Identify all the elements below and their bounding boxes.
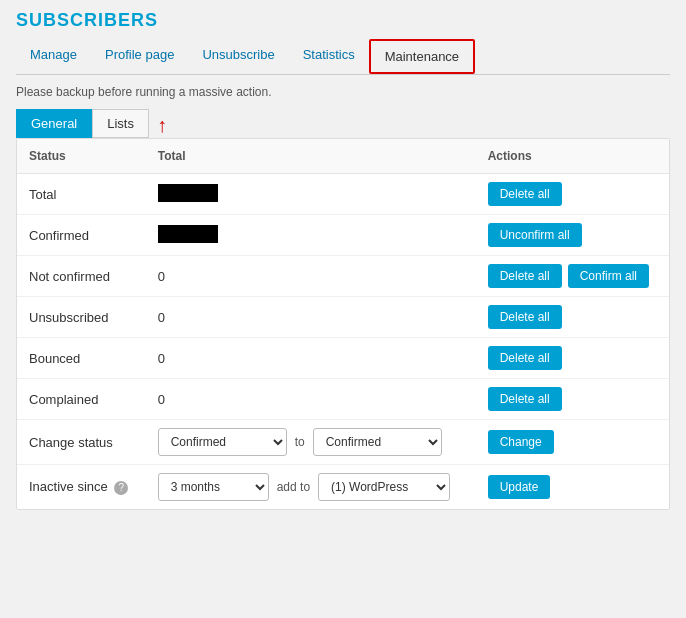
total-value: 0 (146, 256, 403, 297)
delete-all-notconfirmed-button[interactable]: Delete all (488, 264, 562, 288)
table-row: Bounced 0 Delete all (17, 338, 669, 379)
page-title: SUBSCRIBERS (16, 10, 670, 31)
months-select[interactable]: 3 months 6 months 12 months (158, 473, 269, 501)
change-status-label: Change status (17, 420, 146, 465)
change-status-row: Change status Confirmed Not confirmed Un… (17, 420, 669, 465)
add-to-label: add to (277, 480, 310, 494)
actions-cell: Delete all (476, 297, 669, 338)
actions-cell: Unconfirm all (476, 215, 669, 256)
empty-cell (402, 297, 475, 338)
col-actions: Actions (476, 139, 669, 174)
col-total: Total (146, 139, 403, 174)
status-label: Total (17, 174, 146, 215)
update-button[interactable]: Update (488, 475, 551, 499)
empty-cell (402, 379, 475, 420)
table-row: Unsubscribed 0 Delete all (17, 297, 669, 338)
update-action: Update (476, 465, 669, 510)
nav-tab-profile[interactable]: Profile page (91, 39, 188, 74)
unconfirm-all-button[interactable]: Unconfirm all (488, 223, 582, 247)
nav-tab-maintenance[interactable]: Maintenance (369, 39, 475, 74)
confirm-all-button[interactable]: Confirm all (568, 264, 649, 288)
col-status: Status (17, 139, 146, 174)
nav-tab-unsubscribe[interactable]: Unsubscribe (188, 39, 288, 74)
empty-cell (402, 215, 475, 256)
inactive-since-controls: 3 months 6 months 12 months add to (1) W… (146, 465, 476, 510)
col-empty (402, 139, 475, 174)
arrow-indicator: ↑ (157, 114, 167, 137)
change-status-to-select[interactable]: Confirmed Not confirmed Unsubscribed Bou… (313, 428, 442, 456)
change-status-controls: Confirmed Not confirmed Unsubscribed Bou… (146, 420, 476, 465)
actions-cell: Delete all (476, 174, 669, 215)
status-table: Status Total Actions Total Delete all (17, 139, 669, 509)
inactive-since-label: Inactive since ? (17, 465, 146, 510)
change-status-from-select[interactable]: Confirmed Not confirmed Unsubscribed Bou… (158, 428, 287, 456)
status-label: Complained (17, 379, 146, 420)
delete-all-total-button[interactable]: Delete all (488, 182, 562, 206)
actions-cell: Delete all Confirm all (476, 256, 669, 297)
to-label: to (295, 435, 305, 449)
status-label: Not confirmed (17, 256, 146, 297)
delete-all-unsubscribed-button[interactable]: Delete all (488, 305, 562, 329)
nav-tab-manage[interactable]: Manage (16, 39, 91, 74)
list-select[interactable]: (1) WordPress (318, 473, 450, 501)
status-label: Unsubscribed (17, 297, 146, 338)
table-row: Confirmed Unconfirm all (17, 215, 669, 256)
status-label: Confirmed (17, 215, 146, 256)
table-row: Complained 0 Delete all (17, 379, 669, 420)
total-value: 0 (146, 297, 403, 338)
delete-all-bounced-button[interactable]: Delete all (488, 346, 562, 370)
main-table-container: Status Total Actions Total Delete all (16, 138, 670, 510)
actions-cell: Delete all (476, 338, 669, 379)
main-nav: Manage Profile page Unsubscribe Statisti… (16, 39, 670, 75)
total-black-box (158, 184, 218, 202)
change-status-action: Change (476, 420, 669, 465)
tab-general[interactable]: General (16, 109, 92, 138)
empty-cell (402, 256, 475, 297)
tab-lists[interactable]: Lists (92, 109, 149, 138)
table-row: Not confirmed 0 Delete all Confirm all (17, 256, 669, 297)
table-row: Total Delete all (17, 174, 669, 215)
total-value: 0 (146, 338, 403, 379)
delete-all-complained-button[interactable]: Delete all (488, 387, 562, 411)
confirmed-black-box (158, 225, 218, 243)
empty-cell (402, 174, 475, 215)
total-value (146, 174, 403, 215)
sub-tabs: General Lists (16, 109, 149, 138)
change-button[interactable]: Change (488, 430, 554, 454)
backup-notice: Please backup before running a massive a… (16, 85, 670, 99)
status-label: Bounced (17, 338, 146, 379)
help-icon[interactable]: ? (114, 481, 128, 495)
total-value (146, 215, 403, 256)
nav-tab-statistics[interactable]: Statistics (289, 39, 369, 74)
actions-cell: Delete all (476, 379, 669, 420)
total-value: 0 (146, 379, 403, 420)
inactive-since-row: Inactive since ? 3 months 6 months 12 mo… (17, 465, 669, 510)
empty-cell (402, 338, 475, 379)
